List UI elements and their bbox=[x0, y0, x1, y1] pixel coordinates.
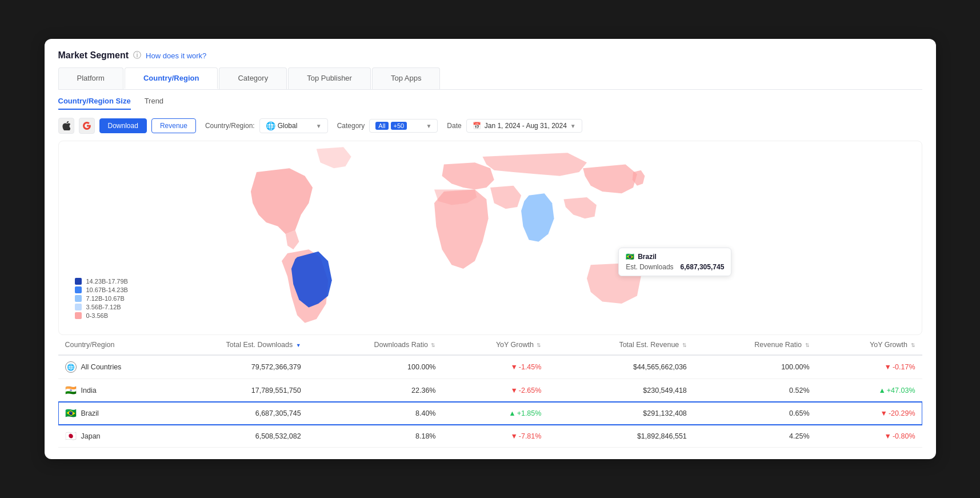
tab-top-apps[interactable]: Top Apps bbox=[372, 67, 441, 89]
category-all-badge: All bbox=[375, 122, 388, 130]
legend-item-2: 10.67B-14.23B bbox=[75, 286, 128, 293]
legend-item-4: 3.56B-7.12B bbox=[75, 304, 128, 310]
legend-color-3 bbox=[75, 295, 82, 302]
cell-rev-ratio: 4.25% bbox=[694, 425, 817, 448]
how-does-it-work-link[interactable]: How does it work? bbox=[146, 51, 206, 60]
cell-yoy-growth: ▼-7.81% bbox=[442, 425, 548, 448]
tab-platform[interactable]: Platform bbox=[58, 67, 123, 89]
cell-revenue: $291,132,408 bbox=[548, 402, 693, 425]
legend-label-2: 10.67B-14.23B bbox=[86, 286, 128, 293]
filter-bar: Download Revenue Country/Region: 🌐 Globa… bbox=[58, 118, 922, 134]
tab-country-region[interactable]: Country/Region bbox=[125, 67, 218, 89]
revenue-metric-button[interactable]: Revenue bbox=[151, 118, 196, 133]
tab-category[interactable]: Category bbox=[219, 67, 287, 89]
country-name: Japan bbox=[81, 432, 101, 440]
download-metric-button[interactable]: Download bbox=[99, 118, 147, 133]
date-select[interactable]: 📅 Jan 1, 2024 - Aug 31, 2024 ▼ bbox=[466, 119, 582, 133]
table-row[interactable]: 🇯🇵Japan6,508,532,0828.18%▼-7.81%$1,892,8… bbox=[58, 425, 922, 448]
cell-downloads: 79,572,366,379 bbox=[150, 355, 308, 379]
tab-top-publisher[interactable]: Top Publisher bbox=[288, 67, 371, 89]
legend-item-1: 14.23B-17.79B bbox=[75, 278, 128, 285]
col-rev-yoy[interactable]: YoY Growth ⇅ bbox=[817, 335, 922, 355]
cell-downloads: 6,687,305,745 bbox=[150, 402, 308, 425]
country-name: All Countries bbox=[81, 363, 122, 371]
rev-yoy-indicator: ▼-0.80% bbox=[885, 432, 915, 440]
cell-dl-ratio: 22.36% bbox=[308, 379, 443, 402]
cell-country: 🇯🇵Japan bbox=[58, 425, 150, 448]
col-total-revenue[interactable]: Total Est. Revenue ⇅ bbox=[548, 335, 693, 355]
yoy-indicator: ▼-2.65% bbox=[510, 387, 541, 395]
map-svg bbox=[59, 141, 922, 334]
country-flag: 🇮🇳 bbox=[65, 385, 77, 396]
country-flag: 🇯🇵 bbox=[65, 431, 77, 441]
date-filter-label: Date bbox=[447, 122, 461, 130]
legend-label-5: 0-3.56B bbox=[86, 312, 109, 319]
col-total-downloads[interactable]: Total Est. Downloads ▼ bbox=[150, 335, 308, 355]
country-select[interactable]: 🌐 Global ▼ bbox=[259, 118, 328, 133]
table-row[interactable]: 🌐All Countries79,572,366,379100.00%▼-1.4… bbox=[58, 355, 922, 379]
tooltip-data-row: Est. Downloads 6,687,305,745 bbox=[626, 263, 724, 271]
sort-rev-ratio-icon: ⇅ bbox=[805, 342, 810, 348]
main-tabs: Platform Country/Region Category Top Pub… bbox=[58, 67, 922, 90]
yoy-indicator: ▼-1.45% bbox=[510, 363, 541, 371]
tooltip-flag: 🇧🇷 bbox=[626, 253, 634, 261]
tooltip-country: 🇧🇷 Brazil bbox=[626, 253, 724, 261]
cell-country: 🇮🇳India bbox=[58, 379, 150, 402]
table-row[interactable]: 🇮🇳India17,789,551,75022.36%▼-2.65%$230,5… bbox=[58, 379, 922, 402]
country-filter-label: Country/Region: bbox=[205, 122, 255, 130]
cell-rev-ratio: 100.00% bbox=[694, 355, 817, 379]
table-header-row: Country/Region Total Est. Downloads ▼ Do… bbox=[58, 335, 922, 355]
cell-dl-ratio: 8.18% bbox=[308, 425, 443, 448]
category-count-badge: +50 bbox=[391, 122, 407, 130]
legend-label-1: 14.23B-17.79B bbox=[86, 278, 128, 285]
date-value: Jan 1, 2024 - Aug 31, 2024 bbox=[485, 122, 567, 130]
category-filter-label: Category bbox=[337, 122, 365, 130]
category-select[interactable]: All +50 ▼ bbox=[369, 119, 438, 133]
sort-dl-ratio-icon: ⇅ bbox=[431, 342, 435, 348]
cell-revenue: $230,549,418 bbox=[548, 379, 693, 402]
google-platform-button[interactable] bbox=[79, 118, 95, 134]
rev-yoy-indicator: ▼-0.17% bbox=[885, 363, 915, 371]
country-value: Global bbox=[278, 122, 298, 130]
help-icon: ⓘ bbox=[133, 50, 141, 61]
cell-yoy-growth: ▲+1.85% bbox=[442, 402, 548, 425]
map-tooltip: 🇧🇷 Brazil Est. Downloads 6,687,305,745 bbox=[618, 248, 731, 276]
rev-yoy-indicator: ▼-20.29% bbox=[881, 409, 915, 417]
calendar-icon: 📅 bbox=[473, 122, 481, 130]
yoy-indicator: ▲+1.85% bbox=[509, 409, 541, 417]
apple-platform-button[interactable] bbox=[58, 118, 74, 134]
legend-color-4 bbox=[75, 304, 82, 310]
cell-rev-yoy: ▼-20.29% bbox=[817, 402, 922, 425]
page-title: Market Segment bbox=[58, 50, 129, 61]
cell-rev-yoy: ▲+47.03% bbox=[817, 379, 922, 402]
cell-downloads: 17,789,551,750 bbox=[150, 379, 308, 402]
cell-yoy-growth: ▼-2.65% bbox=[442, 379, 548, 402]
cell-dl-ratio: 8.40% bbox=[308, 402, 443, 425]
legend-color-1 bbox=[75, 278, 82, 285]
col-country[interactable]: Country/Region bbox=[58, 335, 150, 355]
cell-rev-yoy: ▼-0.17% bbox=[817, 355, 922, 379]
sub-tab-size[interactable]: Country/Region Size bbox=[58, 97, 131, 110]
col-dl-ratio[interactable]: Downloads Ratio ⇅ bbox=[308, 335, 443, 355]
cell-yoy-growth: ▼-1.45% bbox=[442, 355, 548, 379]
sort-revenue-icon: ⇅ bbox=[682, 342, 687, 348]
sub-tab-trend[interactable]: Trend bbox=[145, 97, 163, 110]
legend-color-2 bbox=[75, 286, 82, 293]
tooltip-country-name: Brazil bbox=[638, 253, 657, 261]
card-header: Market Segment ⓘ How does it work? bbox=[58, 50, 922, 61]
table-row[interactable]: 🇧🇷Brazil6,687,305,7458.40%▲+1.85%$291,13… bbox=[58, 402, 922, 425]
world-map[interactable]: 14.23B-17.79B 10.67B-14.23B 7.12B-10.67B… bbox=[58, 141, 922, 335]
country-chevron: ▼ bbox=[316, 123, 322, 129]
map-legend: 14.23B-17.79B 10.67B-14.23B 7.12B-10.67B… bbox=[68, 273, 135, 325]
cell-rev-ratio: 0.52% bbox=[694, 379, 817, 402]
country-name: India bbox=[81, 387, 97, 395]
legend-color-5 bbox=[75, 312, 82, 319]
col-yoy-growth[interactable]: YoY Growth ⇅ bbox=[442, 335, 548, 355]
data-table: Country/Region Total Est. Downloads ▼ Do… bbox=[58, 335, 922, 448]
globe-icon: 🌐 bbox=[65, 361, 77, 373]
yoy-indicator: ▼-7.81% bbox=[510, 432, 541, 440]
legend-item-3: 7.12B-10.67B bbox=[75, 295, 128, 302]
legend-label-4: 3.56B-7.12B bbox=[86, 304, 121, 310]
col-rev-ratio[interactable]: Revenue Ratio ⇅ bbox=[694, 335, 817, 355]
market-segment-card: Market Segment ⓘ How does it work? Platf… bbox=[45, 39, 936, 459]
